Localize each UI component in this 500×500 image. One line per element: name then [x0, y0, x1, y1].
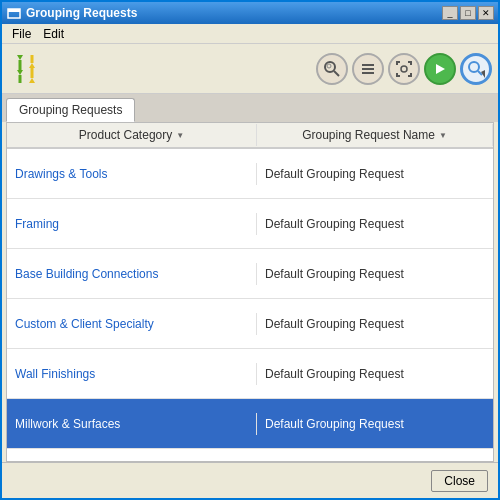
cell-product-2: Base Building Connections: [7, 263, 257, 285]
menu-edit[interactable]: Edit: [37, 25, 70, 43]
footer: Close: [2, 462, 498, 498]
title-bar: Grouping Requests _ □ ✕: [2, 2, 498, 24]
cell-request-1: Default Grouping Request: [257, 213, 493, 235]
svg-point-24: [401, 66, 407, 72]
window-title: Grouping Requests: [26, 6, 442, 20]
table-header: Product Category ▼ Grouping Request Name…: [7, 123, 493, 149]
maximize-button[interactable]: □: [460, 6, 476, 20]
window-icon: [6, 5, 22, 21]
svg-line-27: [478, 71, 482, 75]
svg-rect-9: [31, 55, 34, 63]
table-row[interactable]: Base Building ConnectionsDefault Groupin…: [7, 249, 493, 299]
data-table: Product Category ▼ Grouping Request Name…: [6, 122, 494, 462]
request-sort-icon: ▼: [439, 131, 447, 140]
go-button[interactable]: [424, 53, 456, 85]
menu-file[interactable]: File: [6, 25, 37, 43]
search-button[interactable]: [316, 53, 348, 85]
svg-rect-15: [362, 72, 374, 74]
main-window: Grouping Requests _ □ ✕ File Edit: [0, 0, 500, 500]
tab-grouping-requests[interactable]: Grouping Requests: [6, 98, 135, 122]
window-close-button[interactable]: ✕: [478, 6, 494, 20]
close-button[interactable]: Close: [431, 470, 488, 492]
svg-marker-8: [29, 63, 35, 68]
toolbar: [2, 44, 498, 94]
svg-marker-25: [436, 64, 445, 74]
svg-rect-23: [410, 73, 412, 77]
svg-point-26: [469, 62, 479, 72]
svg-rect-19: [410, 61, 412, 65]
svg-marker-4: [17, 70, 23, 75]
svg-marker-2: [17, 55, 23, 60]
table-row[interactable]: Custom & Client SpecialtyDefault Groupin…: [7, 299, 493, 349]
minimize-button[interactable]: _: [442, 6, 458, 20]
svg-rect-17: [396, 61, 398, 65]
table-row[interactable]: Wall FinishingsDefault Grouping Request: [7, 349, 493, 399]
tab-area: Grouping Requests: [2, 94, 498, 122]
sort-button[interactable]: [8, 50, 46, 88]
svg-marker-6: [29, 78, 35, 83]
cell-request-2: Default Grouping Request: [257, 263, 493, 285]
svg-rect-1: [8, 9, 20, 12]
product-category-label: Product Category: [79, 128, 172, 142]
zoom-button[interactable]: [460, 53, 492, 85]
cell-product-0: Drawings & Tools: [7, 163, 257, 185]
table-row[interactable]: Millwork & SurfacesDefault Grouping Requ…: [7, 399, 493, 449]
cell-product-3: Custom & Client Specialty: [7, 313, 257, 335]
svg-rect-5: [19, 75, 22, 83]
svg-point-12: [327, 64, 331, 68]
cell-request-0: Default Grouping Request: [257, 163, 493, 185]
cell-request-4: Default Grouping Request: [257, 363, 493, 385]
table-body: Drawings & ToolsDefault Grouping Request…: [7, 149, 493, 461]
request-name-label: Grouping Request Name: [302, 128, 435, 142]
scan-button[interactable]: [388, 53, 420, 85]
cell-product-5: Millwork & Surfaces: [7, 413, 257, 435]
svg-point-10: [325, 62, 335, 72]
column-header-request[interactable]: Grouping Request Name ▼: [257, 124, 493, 146]
toolbar-right: [316, 53, 492, 85]
cell-request-5: Default Grouping Request: [257, 413, 493, 435]
svg-line-11: [334, 71, 339, 76]
menu-bar: File Edit: [2, 24, 498, 44]
product-sort-icon: ▼: [176, 131, 184, 140]
svg-rect-13: [362, 64, 374, 66]
toolbar-left: [8, 50, 310, 88]
table-row[interactable]: Drawings & ToolsDefault Grouping Request: [7, 149, 493, 199]
cell-product-4: Wall Finishings: [7, 363, 257, 385]
svg-rect-7: [31, 68, 34, 78]
window-controls: _ □ ✕: [442, 6, 494, 20]
cell-product-1: Framing: [7, 213, 257, 235]
svg-rect-14: [362, 68, 374, 70]
svg-rect-3: [19, 60, 22, 70]
table-row[interactable]: FramingDefault Grouping Request: [7, 199, 493, 249]
list-button[interactable]: [352, 53, 384, 85]
cell-request-3: Default Grouping Request: [257, 313, 493, 335]
svg-rect-21: [396, 73, 398, 77]
column-header-product[interactable]: Product Category ▼: [7, 124, 257, 146]
